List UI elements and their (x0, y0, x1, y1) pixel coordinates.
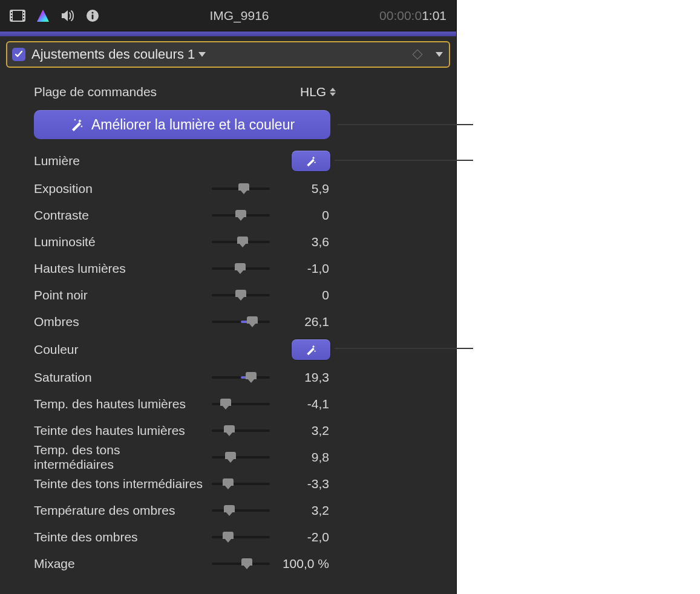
light-param-label: Hautes lumières (34, 261, 203, 276)
color-param-slider[interactable] (212, 504, 270, 517)
light-auto-button[interactable] (292, 151, 330, 171)
clip-title: IMG_9916 (99, 8, 379, 23)
svg-rect-8 (23, 18, 24, 19)
inspector-topbar: IMG_9916 00:00:01:01 (0, 0, 456, 31)
color-param-slider[interactable] (212, 478, 270, 490)
color-param-label: Teinte des ombres (34, 530, 203, 544)
light-param-label: Ombres (34, 315, 203, 329)
chevron-down-icon (198, 52, 206, 57)
light-param-label: Point noir (34, 288, 203, 302)
inspector-content: Plage de commandes HLG Améliorer la lumi… (0, 76, 456, 577)
color-param-row: Teinte des hautes lumières3,2 (34, 417, 444, 444)
color-auto-button[interactable] (292, 339, 330, 360)
color-section-header: Couleur (34, 336, 444, 363)
light-param-row: Luminosité3,6 (34, 229, 444, 255)
svg-rect-3 (11, 12, 12, 13)
light-param-slider[interactable] (212, 316, 270, 328)
color-param-row: Saturation19,3 (34, 364, 444, 391)
mix-label: Mixage (34, 556, 203, 571)
color-param-value[interactable]: 3,2 (270, 503, 330, 518)
stepper-icon (330, 88, 336, 96)
color-param-row: Teinte des tons intermédiaires-3,3 (34, 471, 444, 497)
callout-line (335, 160, 473, 161)
light-param-label: Contraste (34, 208, 203, 223)
svg-rect-12 (92, 15, 94, 19)
color-param-slider[interactable] (212, 371, 270, 383)
light-param-row: Hautes lumières-1,0 (34, 255, 444, 282)
svg-rect-4 (11, 15, 12, 16)
color-param-label: Teinte des hautes lumières (34, 423, 203, 438)
color-param-value[interactable]: 3,2 (270, 423, 330, 438)
light-param-value[interactable]: 0 (270, 288, 330, 302)
color-param-slider[interactable] (212, 425, 270, 437)
light-param-slider[interactable] (212, 209, 270, 221)
timecode: 00:00:01:01 (379, 8, 446, 23)
info-tab-icon[interactable] (86, 9, 99, 22)
keyframe-diamond-icon[interactable] (413, 50, 423, 60)
light-param-row: Exposition5,9 (34, 175, 444, 202)
color-param-label: Teinte des tons intermédiaires (34, 477, 203, 491)
color-param-label: Saturation (34, 370, 203, 385)
light-param-value[interactable]: 3,6 (270, 235, 330, 249)
color-param-value[interactable]: -2,0 (270, 530, 330, 544)
light-param-value[interactable]: -1,0 (270, 261, 330, 276)
light-param-slider[interactable] (212, 289, 270, 301)
color-param-label: Température des ombres (34, 503, 203, 518)
color-param-value[interactable]: -4,1 (270, 397, 330, 411)
range-label: Plage de commandes (34, 85, 270, 99)
video-tab-icon[interactable] (10, 10, 25, 22)
light-param-value[interactable]: 5,9 (270, 181, 330, 196)
light-param-row: Contraste0 (34, 202, 444, 229)
effect-color-strip (0, 31, 456, 36)
mix-slider[interactable] (212, 558, 270, 570)
light-param-label: Luminosité (34, 235, 203, 249)
color-param-value[interactable]: 9,8 (270, 450, 330, 465)
color-param-slider[interactable] (212, 398, 270, 410)
color-section-label: Couleur (34, 342, 264, 357)
effect-enable-checkbox[interactable] (12, 48, 25, 61)
callout-line (338, 124, 473, 125)
svg-rect-6 (23, 12, 24, 13)
effect-header[interactable]: Ajustements des couleurs 1 (6, 41, 450, 68)
color-param-row: Temp. des tons intermédiaires9,8 (34, 444, 444, 471)
color-param-slider[interactable] (212, 531, 270, 543)
color-param-label: Temp. des tons intermédiaires (34, 443, 203, 472)
color-param-value[interactable]: 19,3 (270, 370, 330, 385)
light-param-slider[interactable] (212, 263, 270, 275)
light-section-header: Lumière (34, 148, 444, 174)
effect-name[interactable]: Ajustements des couleurs 1 (31, 47, 206, 62)
color-param-value[interactable]: -3,3 (270, 477, 330, 491)
light-param-slider[interactable] (212, 236, 270, 248)
timecode-suffix: 1:01 (422, 8, 446, 22)
light-section-label: Lumière (34, 154, 264, 168)
mix-value[interactable]: 100,0 % (270, 556, 330, 571)
color-param-slider[interactable] (212, 451, 270, 463)
effect-menu-chevron-icon[interactable] (436, 52, 443, 57)
enhance-light-color-button[interactable]: Améliorer la lumière et la couleur (34, 110, 330, 139)
svg-rect-7 (23, 15, 24, 16)
light-param-label: Exposition (34, 181, 203, 196)
mix-row: Mixage 100,0 % (34, 550, 444, 577)
light-param-row: Ombres26,1 (34, 308, 444, 335)
inspector-tabs (10, 9, 99, 22)
audio-tab-icon[interactable] (61, 9, 75, 22)
timecode-prefix: 00:00:0 (379, 8, 422, 22)
range-select[interactable]: HLG (300, 85, 336, 99)
range-row: Plage de commandes HLG (34, 79, 444, 105)
color-param-row: Teinte des ombres-2,0 (34, 524, 444, 550)
callout-line (335, 348, 473, 349)
light-param-row: Point noir0 (34, 282, 444, 308)
enhance-button-label: Améliorer la lumière et la couleur (91, 117, 295, 133)
svg-marker-9 (37, 10, 49, 22)
svg-point-11 (91, 11, 93, 13)
inspector-panel: IMG_9916 00:00:01:01 Ajustements des cou… (0, 0, 457, 594)
effect-name-label: Ajustements des couleurs 1 (31, 47, 195, 62)
light-param-slider[interactable] (212, 183, 270, 195)
range-value: HLG (300, 85, 326, 99)
light-param-value[interactable]: 26,1 (270, 315, 330, 329)
color-param-row: Température des ombres3,2 (34, 497, 444, 524)
color-param-label: Temp. des hautes lumières (34, 397, 203, 411)
light-param-value[interactable]: 0 (270, 208, 330, 223)
color-param-row: Temp. des hautes lumières-4,1 (34, 391, 444, 417)
color-tab-icon[interactable] (36, 9, 50, 22)
